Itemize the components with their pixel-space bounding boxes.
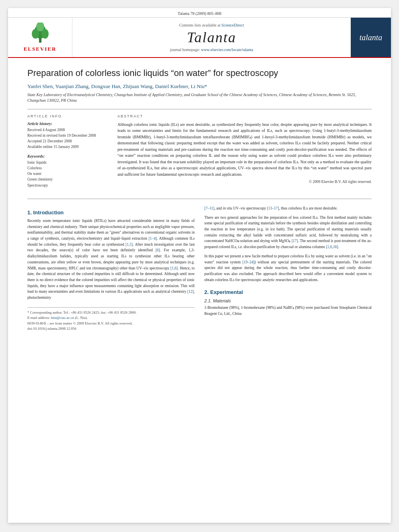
page-header: Talanta 78 (2009) 805–808	[8, 8, 391, 18]
sciencedirect-line: Contents lists available at ScienceDirec…	[179, 23, 244, 27]
footnote-section: * Corresponding author. Tel.: +86 431 85…	[27, 307, 195, 332]
keyword-3: On water	[27, 171, 108, 177]
journal-banner: ELSEVIER Contents lists available at Sci…	[8, 18, 391, 58]
materials-text: 1-Bromobutane (98%), 1-bromohexane (98%)…	[204, 305, 372, 316]
article-content: Preparation of colorless ionic liquids “…	[8, 58, 391, 341]
sciencedirect-link[interactable]: ScienceDirect	[221, 23, 244, 27]
corresponding-author-note: * Corresponding author. Tel.: +86 431 85…	[27, 310, 195, 316]
history-label: Article history:	[27, 121, 108, 126]
article-affiliation: State Key Laboratory of Electroanalytica…	[27, 92, 372, 103]
page-header-text: Talanta 78 (2009) 805–808	[178, 11, 221, 16]
body-col-left: 1. Introduction Recently room temperatur…	[27, 205, 195, 332]
elsevier-tree-icon	[28, 23, 52, 45]
email-link[interactable]: lniu@ciac.ac.cn	[51, 316, 74, 320]
available-date: Available online 15 January 2009	[27, 144, 108, 150]
intro-para-2: [7–11], and in situ UV–vis spectroscopy …	[204, 205, 372, 212]
article-info-col: ARTICLE INFO Article history: Received 4…	[27, 114, 108, 192]
keyword-5: Spectroscopy	[27, 183, 108, 188]
keywords-group: Keywords: Ionic liquids Colorless On wat…	[27, 154, 108, 188]
abstract-text: Although colorless ionic liquids (ILs) a…	[117, 121, 372, 178]
article-authors: Yanfei Shen, Yuanjian Zhang, Dongxue Han…	[27, 83, 372, 90]
journal-homepage: journal homepage: www.elsevier.com/locat…	[170, 47, 253, 52]
intro-title: 1. Introduction	[27, 210, 195, 216]
journal-homepage-link[interactable]: www.elsevier.com/locate/talanta	[201, 47, 253, 52]
body-section: 1. Introduction Recently room temperatur…	[27, 205, 372, 332]
abstract-label: ABSTRACT	[117, 114, 372, 118]
keyword-1: Ionic liquids	[27, 160, 108, 165]
email-note: E-mail address: lniu@ciac.ac.cn (L. Niu)…	[27, 315, 195, 321]
talanta-badge-text: talanta	[360, 33, 383, 42]
elsevier-label: ELSEVIER	[24, 46, 57, 52]
copyright-line: © 2009 Elsevier B.V. All rights reserved…	[117, 180, 372, 184]
publisher-logo-section: ELSEVIER	[8, 18, 72, 57]
experimental-title: 2. Experimental	[204, 289, 372, 295]
body-col-right: [7–11], and in situ UV–vis spectroscopy …	[204, 205, 372, 332]
intro-para-4: In this paper we present a new facile me…	[204, 253, 372, 283]
journal-name: Talanta	[187, 29, 237, 46]
info-abstract-section: ARTICLE INFO Article history: Received 4…	[27, 114, 372, 192]
received-revised-date: Received in revised form 19 December 200…	[27, 133, 108, 138]
issn-line: 0039-9140/$ – see front matter © 2009 El…	[27, 321, 195, 327]
intro-para-3: There are two general approaches for the…	[204, 215, 372, 250]
keywords-label: Keywords:	[27, 154, 108, 158]
elsevier-logo: ELSEVIER	[24, 23, 57, 52]
accepted-date: Accepted 21 December 2008	[27, 138, 108, 144]
keyword-4: Green chemistry	[27, 177, 108, 182]
article-title: Preparation of colorless ionic liquids “…	[27, 68, 372, 79]
divider-1	[27, 109, 372, 109]
materials-subtitle: 2.1. Materials	[204, 298, 372, 303]
article-info-label: ARTICLE INFO	[27, 114, 108, 118]
journal-badge: talanta	[351, 18, 391, 57]
keyword-2: Colorless	[27, 165, 108, 171]
intro-para-1: Recently room temperature ionic liquids …	[27, 218, 195, 301]
abstract-col: ABSTRACT Although colorless ionic liquid…	[117, 114, 372, 192]
received-date: Received 4 August 2008	[27, 127, 108, 133]
journal-info-center: Contents lists available at ScienceDirec…	[72, 18, 351, 57]
doi-line: doi:10.1016/j.talanta.2008.12.056	[27, 326, 195, 332]
divider-2	[27, 199, 372, 199]
article-history: Article history: Received 4 August 2008 …	[27, 121, 108, 150]
article-page: Talanta 78 (2009) 805–808 ELSEVIER Conte…	[8, 8, 391, 523]
